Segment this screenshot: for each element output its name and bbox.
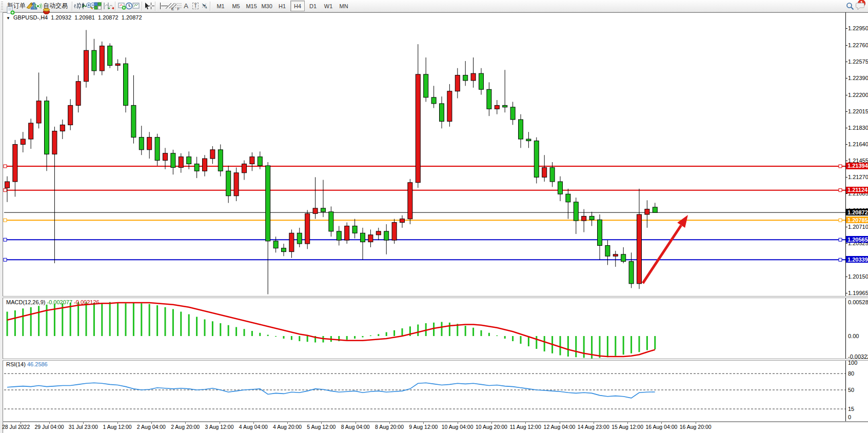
line-handle[interactable] — [4, 165, 7, 168]
date-label: 2 Aug 20:00 — [171, 424, 200, 430]
fibonacci-tool-button[interactable]: F — [176, 1, 181, 11]
candle-body — [282, 248, 286, 252]
line-handle[interactable] — [839, 165, 842, 168]
candle-body — [305, 213, 310, 244]
trend-arrow-head — [677, 215, 688, 228]
date-label: 28 Jul 2022 — [2, 424, 30, 430]
price-line-tag: 1.21124 — [846, 187, 868, 193]
candle-body — [289, 233, 294, 251]
line-handle[interactable] — [839, 238, 842, 241]
candle-body — [471, 73, 476, 81]
auto-trading-button[interactable]: 自动交易 — [41, 1, 69, 11]
line-handle[interactable] — [839, 219, 842, 222]
label-tool-glyph: T — [192, 3, 199, 9]
timeframe-button-m5[interactable]: M5 — [229, 1, 243, 11]
candle-body — [124, 64, 128, 105]
date-label: 3 Aug 12:00 — [205, 424, 233, 430]
candle-body — [313, 208, 318, 213]
timeframe-button-m1[interactable]: M1 — [213, 1, 228, 11]
panel-splitter-macd[interactable] — [3, 296, 868, 298]
price-panel[interactable] — [0, 12, 868, 300]
candle-body — [400, 219, 405, 223]
date-label: 2 Aug 04:00 — [137, 424, 166, 430]
date-label: 5 Aug 12:00 — [307, 424, 336, 430]
price-tick-label: 1.22015 — [848, 108, 868, 114]
timeframe-bar: M1M5M15M30H1H4D1W1MN — [213, 1, 351, 11]
signals-button[interactable] — [36, 1, 40, 11]
candle-body — [361, 233, 365, 242]
price-tick-mark — [845, 144, 847, 145]
candle-body — [297, 233, 302, 244]
candle-body — [495, 105, 499, 109]
chart-high-value: 1.20981 — [74, 14, 95, 21]
date-label: 16 Aug 04:00 — [645, 424, 677, 430]
candle-body — [392, 223, 397, 241]
crosshair-tool-button[interactable] — [149, 1, 152, 11]
line-handle[interactable] — [839, 258, 842, 261]
candle-body — [68, 105, 73, 125]
line-handle[interactable] — [4, 238, 7, 241]
candle-body — [171, 153, 175, 168]
line-handle[interactable] — [839, 189, 842, 192]
candle-body — [447, 91, 452, 122]
main-toolbar: 新订单 自动交易 ▾ ▾ ▾ E F A T — [0, 0, 868, 12]
timeframe-button-m15[interactable]: M15 — [244, 1, 259, 11]
notifications-button[interactable]: 1 — [859, 1, 862, 11]
price-tick-mark — [845, 62, 847, 62]
rsi-scale-label: 80 — [848, 370, 854, 377]
candle-body — [621, 254, 626, 262]
timeframe-button-m30[interactable]: M30 — [260, 1, 274, 11]
candle-body — [637, 214, 642, 284]
candle-body — [60, 125, 65, 131]
chart-symbol-period: GBPUSD-,H4 — [13, 14, 48, 21]
candle-body — [5, 182, 10, 188]
panel-splitter-rsi[interactable] — [3, 359, 868, 361]
tile-windows-button[interactable] — [96, 1, 99, 11]
timeframe-button-h4[interactable]: H4 — [290, 1, 305, 11]
candle-body — [519, 120, 523, 139]
mt4-application: 新订单 自动交易 ▾ ▾ ▾ E F A T — [0, 0, 868, 433]
candle-body — [352, 226, 357, 233]
trend-arrow-annotation[interactable] — [643, 225, 681, 283]
line-handle[interactable] — [4, 189, 7, 192]
timeframe-button-d1[interactable]: D1 — [306, 1, 320, 11]
price-tick-label: 1.21830 — [848, 125, 868, 131]
candle-body — [503, 105, 507, 107]
candle-body — [108, 46, 112, 66]
date-label: 1 Aug 12:00 — [103, 424, 132, 430]
arrows-tool-button[interactable]: ▾ — [201, 1, 207, 11]
periods-button[interactable]: ▾ — [126, 1, 132, 11]
macd-indicator-label: MACD(12,26,9) -0.002077 -0.002126 — [6, 299, 100, 305]
collapse-triangle-icon[interactable]: ▼ — [6, 16, 10, 21]
candle-body — [21, 139, 25, 144]
line-handle[interactable] — [4, 219, 7, 222]
rsi-panel[interactable] — [0, 360, 868, 422]
macd-panel[interactable] — [0, 298, 868, 360]
new-chart-button[interactable]: ▾ — [119, 1, 125, 11]
timeframe-button-h1[interactable]: H1 — [275, 1, 289, 11]
date-label: 9 Aug 12:00 — [409, 424, 438, 430]
candle-body — [424, 74, 428, 97]
chart-close-value: 1.20872 — [122, 14, 142, 21]
toolbar-grip — [1, 2, 3, 11]
search-button[interactable] — [849, 1, 852, 11]
candle-body — [463, 75, 468, 81]
candle-body — [479, 73, 484, 89]
chart-shift-button[interactable] — [109, 1, 112, 11]
price-tick-mark — [845, 161, 847, 161]
price-tick-label: 1.19965 — [848, 290, 868, 296]
candle-body — [92, 50, 96, 71]
text-label-tool-button[interactable]: T — [191, 1, 200, 11]
new-order-button[interactable]: 新订单 — [5, 1, 27, 11]
macd-scale-label: 0.005286 — [848, 299, 868, 305]
date-label: 29 Jul 04:00 — [34, 424, 64, 430]
timeframe-button-w1[interactable]: W1 — [321, 1, 336, 11]
timeframe-button-mn[interactable]: MN — [337, 1, 351, 11]
price-tick-label: 1.20710 — [848, 224, 868, 230]
price-tick-label: 1.22575 — [848, 58, 868, 65]
candle-body — [645, 209, 649, 214]
templates-button[interactable]: ▾ — [133, 1, 139, 11]
rsi-indicator-label: RSI(14) 46.2586 — [6, 361, 48, 367]
candle-body — [613, 254, 618, 256]
line-handle[interactable] — [4, 258, 7, 261]
